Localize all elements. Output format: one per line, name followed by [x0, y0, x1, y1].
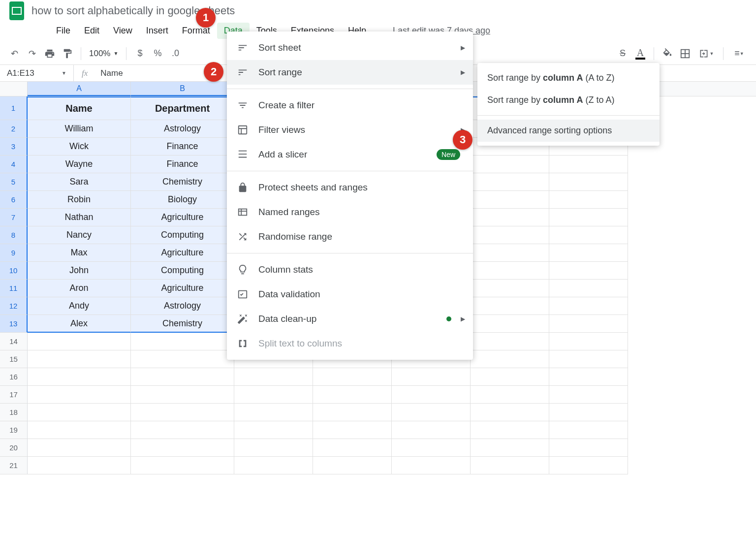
cell[interactable] — [549, 226, 628, 244]
menu-data-cleanup[interactable]: Data clean-up ▶ — [227, 307, 473, 331]
cell[interactable]: Department — [131, 96, 234, 120]
cell[interactable] — [471, 226, 549, 244]
cell[interactable] — [131, 457, 234, 474]
cell[interactable] — [549, 244, 628, 262]
cell[interactable]: Astrology — [131, 297, 234, 315]
select-all-corner[interactable] — [0, 82, 28, 96]
cell[interactable] — [131, 404, 234, 421]
cell[interactable] — [131, 333, 234, 350]
row-header[interactable]: 6 — [0, 191, 28, 209]
cell[interactable] — [549, 209, 628, 226]
cell[interactable] — [549, 173, 628, 191]
undo-button[interactable]: ↶ — [6, 45, 23, 62]
cell[interactable] — [549, 421, 628, 439]
cell[interactable] — [549, 262, 628, 280]
cell[interactable] — [131, 439, 234, 457]
cell[interactable]: Agriculture — [131, 244, 234, 262]
row-header[interactable]: 2 — [0, 120, 28, 138]
cell[interactable] — [28, 404, 131, 421]
cell[interactable]: Alex — [28, 315, 131, 333]
row-header[interactable]: 15 — [0, 350, 28, 368]
cell[interactable] — [549, 315, 628, 333]
cell[interactable] — [471, 421, 549, 439]
strikethrough-button[interactable]: S — [614, 45, 631, 62]
borders-button[interactable] — [677, 45, 693, 62]
cell[interactable] — [131, 368, 234, 386]
cell[interactable] — [313, 421, 392, 439]
cell[interactable]: Sara — [28, 173, 131, 191]
cell[interactable] — [549, 191, 628, 209]
cell[interactable] — [234, 439, 313, 457]
cell[interactable]: Nathan — [28, 209, 131, 226]
menu-sort-sheet[interactable]: Sort sheet▶ — [227, 35, 473, 60]
menu-data-validation[interactable]: Data validation — [227, 282, 473, 307]
cell[interactable] — [234, 368, 313, 386]
redo-button[interactable]: ↷ — [24, 45, 40, 62]
cell[interactable] — [313, 386, 392, 404]
cell[interactable] — [471, 191, 549, 209]
row-header[interactable]: 18 — [0, 404, 28, 421]
currency-button[interactable]: $ — [131, 45, 148, 62]
cell[interactable] — [471, 262, 549, 280]
cell[interactable] — [234, 386, 313, 404]
cell[interactable] — [471, 173, 549, 191]
menu-filter-views[interactable]: Filter views▶ — [227, 118, 473, 142]
cell[interactable] — [28, 457, 131, 474]
cell[interactable]: Finance — [131, 138, 234, 156]
cell[interactable] — [28, 350, 131, 368]
cell[interactable] — [471, 156, 549, 173]
print-button[interactable] — [41, 45, 58, 62]
row-header[interactable]: 14 — [0, 333, 28, 350]
cell[interactable] — [313, 439, 392, 457]
menu-insert[interactable]: Insert — [139, 23, 175, 39]
name-box[interactable]: A1:E13▼ — [0, 65, 74, 81]
cell[interactable]: Chemistry — [131, 173, 234, 191]
cell[interactable]: Chemistry — [131, 315, 234, 333]
cell[interactable]: Nancy — [28, 226, 131, 244]
row-header[interactable]: 16 — [0, 368, 28, 386]
cell[interactable]: Wayne — [28, 156, 131, 173]
cell[interactable] — [471, 315, 549, 333]
submenu-sort-az[interactable]: Sort range by column A (A to Z) — [477, 67, 660, 89]
cell[interactable] — [392, 368, 471, 386]
cell[interactable] — [392, 404, 471, 421]
cell[interactable] — [392, 386, 471, 404]
cell[interactable] — [549, 368, 628, 386]
decimal-button[interactable]: .0 — [167, 45, 184, 62]
submenu-advanced-sort[interactable]: Advanced range sorting options — [477, 120, 660, 142]
cell[interactable] — [471, 368, 549, 386]
cell[interactable] — [313, 404, 392, 421]
row-header[interactable]: 12 — [0, 297, 28, 315]
row-header[interactable]: 11 — [0, 280, 28, 297]
text-color-button[interactable]: A — [632, 45, 649, 62]
cell[interactable] — [131, 350, 234, 368]
cell[interactable] — [471, 209, 549, 226]
cell[interactable] — [392, 457, 471, 474]
menu-view[interactable]: View — [106, 23, 139, 39]
cell[interactable] — [28, 386, 131, 404]
row-header[interactable]: 8 — [0, 226, 28, 244]
menu-randomise-range[interactable]: Randomise range — [227, 224, 473, 249]
menu-sort-range[interactable]: Sort range▶ — [227, 60, 473, 85]
paint-format-button[interactable] — [59, 45, 76, 62]
cell[interactable] — [471, 386, 549, 404]
cell[interactable] — [234, 421, 313, 439]
row-header[interactable]: 21 — [0, 457, 28, 474]
row-header[interactable]: 5 — [0, 173, 28, 191]
row-header[interactable]: 7 — [0, 209, 28, 226]
cell[interactable]: Agriculture — [131, 209, 234, 226]
percent-button[interactable]: % — [149, 45, 166, 62]
row-header[interactable]: 20 — [0, 439, 28, 457]
cell[interactable]: Max — [28, 244, 131, 262]
cell[interactable]: Astrology — [131, 120, 234, 138]
cell[interactable]: Computing — [131, 226, 234, 244]
cell[interactable]: Name — [28, 96, 131, 120]
cell[interactable] — [313, 457, 392, 474]
cell[interactable] — [549, 386, 628, 404]
cell[interactable] — [549, 297, 628, 315]
cell[interactable]: William — [28, 120, 131, 138]
cell[interactable]: Robin — [28, 191, 131, 209]
menu-file[interactable]: File — [49, 23, 77, 39]
cell[interactable] — [28, 368, 131, 386]
cell[interactable] — [471, 280, 549, 297]
